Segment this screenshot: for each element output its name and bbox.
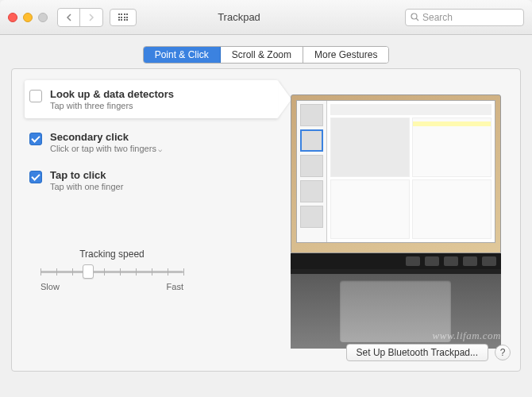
option-label: Tap to click [50, 169, 123, 181]
option-subtitle: Tap with one finger [50, 182, 123, 191]
setup-bluetooth-button[interactable]: Set Up Bluetooth Trackpad... [346, 344, 488, 361]
tracking-slider[interactable] [40, 264, 183, 279]
svg-line-1 [416, 18, 418, 21]
help-button[interactable]: ? [495, 345, 511, 360]
svg-point-0 [411, 13, 417, 19]
option-subtitle[interactable]: Click or tap with two fingers⌵ [50, 144, 162, 153]
tab-scroll-zoom[interactable]: Scroll & Zoom [221, 47, 303, 63]
tab-point-click[interactable]: Point & Click [144, 47, 221, 63]
options-list: Look up & data detectors Tap with three … [25, 80, 279, 363]
trackpad-icon [340, 280, 451, 342]
option-label: Secondary click [50, 131, 162, 143]
titlebar: Trackpad Search [0, 0, 532, 35]
window-controls [8, 13, 48, 22]
window-title: Trackpad [73, 11, 405, 23]
tab-bar: Point & Click Scroll & Zoom More Gesture… [11, 46, 521, 64]
tab-more-gestures[interactable]: More Gestures [303, 47, 388, 63]
trackpad-preview [291, 94, 501, 349]
close-icon[interactable] [8, 13, 17, 22]
footer: Set Up Bluetooth Trackpad... ? [346, 344, 511, 361]
checkbox-tap[interactable] [29, 171, 42, 183]
slider-max: Fast [167, 282, 183, 291]
option-tap-to-click[interactable]: Tap to click Tap with one finger [25, 161, 279, 199]
preview-area [279, 80, 512, 363]
tracking-speed: Tracking speed Slow Fast [25, 249, 199, 291]
search-input[interactable]: Search [405, 9, 524, 26]
slider-thumb[interactable] [83, 264, 94, 279]
search-icon [411, 13, 419, 21]
content: Point & Click Scroll & Zoom More Gesture… [0, 35, 532, 372]
option-secondary-click[interactable]: Secondary click Click or tap with two fi… [25, 123, 279, 161]
chevron-down-icon: ⌵ [158, 145, 162, 153]
minimize-icon[interactable] [23, 13, 33, 22]
search-placeholder: Search [422, 12, 453, 23]
checkbox-secondary[interactable] [29, 133, 42, 145]
settings-pane: Look up & data detectors Tap with three … [11, 68, 521, 372]
checkbox-lookup[interactable] [29, 90, 42, 102]
tracking-label: Tracking speed [25, 249, 199, 260]
option-label: Look up & data detectors [50, 88, 174, 100]
slider-min: Slow [40, 282, 60, 291]
option-subtitle: Tap with three fingers [50, 101, 174, 110]
maximize-icon [38, 13, 48, 22]
option-lookup[interactable]: Look up & data detectors Tap with three … [25, 80, 279, 118]
